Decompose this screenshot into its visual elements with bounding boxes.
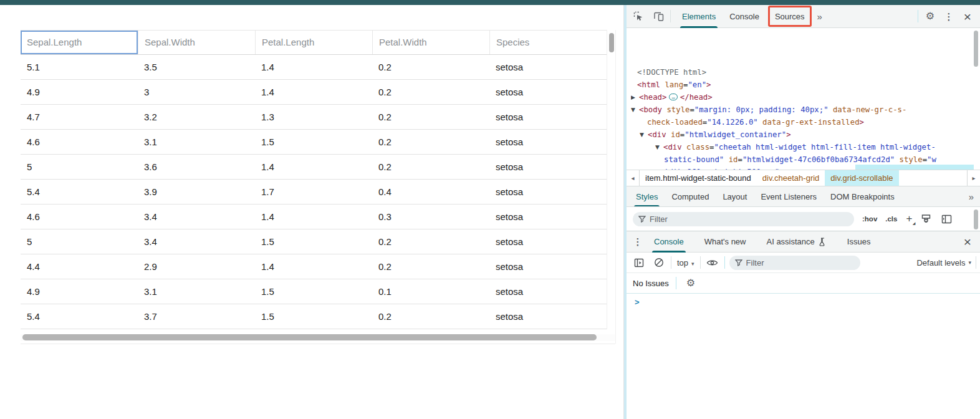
grid-horizontal-scrollbar[interactable] (21, 334, 615, 341)
tab-ai-assistance[interactable]: AI assistance (761, 231, 833, 253)
tab-console[interactable]: Console (723, 5, 766, 28)
breadcrumb-scroll-right-icon[interactable]: ▸ (967, 170, 980, 186)
grid-cell[interactable]: 4.4 (21, 254, 138, 279)
clear-console-icon[interactable] (651, 255, 666, 270)
grid-cell[interactable]: setosa (489, 180, 607, 204)
grid-cell[interactable]: 1.4 (255, 80, 372, 104)
eye-icon[interactable] (705, 255, 720, 270)
grid-cell[interactable]: 1.5 (255, 229, 372, 254)
breadcrumb-item[interactable]: div.cheetah-grid (757, 170, 825, 186)
styles-scrollbar-thumb[interactable] (974, 210, 978, 229)
dom-tree-line[interactable]: <html lang="en"> (631, 79, 974, 91)
console-settings-gear-icon[interactable]: ⚙ (683, 276, 698, 291)
column-header[interactable]: Sepal.Width (138, 31, 255, 54)
grid-cell[interactable]: 0.2 (372, 229, 489, 254)
grid-cell[interactable]: setosa (489, 205, 607, 229)
grid-cell[interactable]: 3 (138, 80, 255, 104)
grid-cell[interactable]: 5.1 (21, 55, 138, 79)
more-tabs-icon[interactable]: » (814, 11, 825, 22)
tab-what-s-new[interactable]: What's new (698, 231, 752, 253)
grid-cell[interactable]: setosa (489, 130, 607, 154)
log-levels-dropdown[interactable]: Default levels▾ (916, 258, 971, 267)
tab-styles[interactable]: Styles (629, 186, 665, 207)
grid-cell[interactable]: 1.4 (255, 155, 372, 179)
grid-cell[interactable]: 5.4 (21, 180, 138, 204)
dom-tree-line[interactable]: static-bound" id="htmlwidget-47c06bf0ba6… (631, 153, 974, 166)
grid-cell[interactable]: setosa (489, 279, 607, 304)
close-drawer-icon[interactable]: × (960, 234, 975, 249)
dom-tree-line[interactable]: ▶<head>…</head> (631, 91, 974, 104)
column-header[interactable]: Petal.Width (372, 31, 489, 54)
tab-event-listeners[interactable]: Event Listeners (754, 186, 824, 207)
grid-cell[interactable]: 3.2 (138, 105, 255, 129)
grid-cell[interactable]: 0.2 (372, 80, 489, 104)
expand-arrow-down-icon[interactable]: ▼ (631, 104, 639, 116)
tab-computed[interactable]: Computed (665, 186, 716, 207)
toggle-hover-state-button[interactable]: :hov (862, 215, 877, 223)
grid-cell[interactable]: 3.1 (138, 279, 255, 304)
grid-cell[interactable]: 3.9 (138, 180, 255, 204)
breadcrumb-scroll-left-icon[interactable]: ◂ (627, 170, 640, 186)
grid-cell[interactable]: 0.1 (372, 279, 489, 304)
styles-filter-input[interactable] (650, 214, 848, 224)
dom-tree-line[interactable]: ▼<div id="htmlwidget_container"> (631, 128, 974, 141)
grid-cell[interactable]: setosa (489, 55, 607, 79)
grid-cell[interactable]: setosa (489, 155, 607, 179)
grid-horizontal-scrollbar-thumb[interactable] (22, 334, 597, 340)
elements-scrollbar-thumb[interactable] (974, 31, 978, 67)
grid-vertical-scrollbar-thumb[interactable] (609, 33, 614, 52)
toggle-sidebar-panel-icon[interactable] (939, 211, 954, 226)
grid-cell[interactable]: 4.9 (21, 80, 138, 104)
new-style-rule-icon[interactable]: +◢ (906, 213, 912, 225)
grid-cell[interactable]: 5 (21, 155, 138, 179)
rendering-brush-icon[interactable] (918, 211, 933, 226)
grid-cell[interactable]: 1.5 (255, 279, 372, 304)
grid-vertical-scrollbar[interactable] (607, 30, 615, 329)
dom-tree-line[interactable]: ▼<div class="cheetah html-widget html-fi… (631, 141, 974, 153)
grid-cell[interactable]: setosa (489, 229, 607, 254)
grid-cell[interactable]: 3.4 (138, 229, 255, 254)
tab-layout[interactable]: Layout (716, 186, 754, 207)
grid-cell[interactable]: 4.7 (21, 105, 138, 129)
grid-cell[interactable]: 1.4 (255, 254, 372, 279)
no-issues-label[interactable]: No Issues (633, 279, 669, 288)
device-toolbar-icon[interactable] (651, 9, 666, 24)
grid-cell[interactable]: 4.6 (21, 205, 138, 229)
grid-cell[interactable]: 1.3 (255, 105, 372, 129)
kebab-menu-icon[interactable]: ⋮ (941, 9, 956, 24)
close-devtools-icon[interactable]: × (960, 9, 975, 24)
column-header[interactable]: Petal.Length (255, 31, 372, 54)
drawer-menu-icon[interactable]: ⋮ (630, 234, 645, 249)
grid-cell[interactable]: 0.2 (372, 55, 489, 79)
dom-tree-line[interactable]: check-loaded="14.1226.0" data-gr-ext-ins… (631, 116, 974, 128)
grid-cell[interactable]: 1.5 (255, 304, 372, 329)
grid-cell[interactable]: 0.2 (372, 254, 489, 279)
grid-cell[interactable]: setosa (489, 105, 607, 129)
breadcrumb-item[interactable]: item.html-widget-static-bound (640, 170, 757, 186)
console-sidebar-icon[interactable] (632, 255, 646, 270)
dom-tree-line[interactable]: <!DOCTYPE html> (631, 66, 974, 79)
grid-cell[interactable]: 3.7 (138, 304, 255, 329)
grid-cell[interactable]: 0.2 (372, 304, 489, 329)
grid-cell[interactable]: 0.2 (372, 130, 489, 154)
grid-cell[interactable]: 3.5 (138, 55, 255, 79)
tab-elements[interactable]: Elements (675, 5, 723, 28)
grid-cell[interactable]: 1.7 (255, 180, 372, 204)
expand-arrow-right-icon[interactable]: ▶ (631, 91, 639, 104)
settings-gear-icon[interactable]: ⚙ (923, 9, 938, 24)
breadcrumb-item[interactable]: div.grid-scrollable (825, 170, 898, 186)
grid-cell[interactable]: setosa (489, 304, 607, 329)
grid-cell[interactable]: 3.6 (138, 155, 255, 179)
toggle-class-button[interactable]: .cls (885, 215, 897, 223)
expand-arrow-down-icon[interactable]: ▼ (655, 141, 663, 153)
expand-arrow-down-icon[interactable]: ▼ (640, 128, 648, 141)
grid-cell[interactable]: 1.4 (255, 205, 372, 229)
grid-cell[interactable]: 0.4 (372, 180, 489, 204)
grid-cell[interactable]: 5 (21, 229, 138, 254)
console-filter-field[interactable] (729, 256, 860, 270)
grid-cell[interactable]: 4.6 (21, 130, 138, 154)
grid-cell[interactable]: 5.4 (21, 304, 138, 329)
grid-cell[interactable]: 4.9 (21, 279, 138, 304)
grid-cell[interactable]: 3.4 (138, 205, 255, 229)
grid-cell[interactable]: 0.3 (372, 205, 489, 229)
